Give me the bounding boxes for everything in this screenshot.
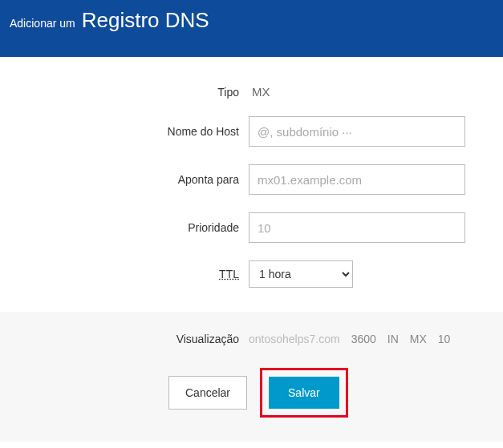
preview-priority: 10 xyxy=(438,333,451,345)
row-points-to: Aponta para xyxy=(0,164,503,195)
row-priority: Prioridade xyxy=(0,212,503,243)
header-pre: Adicionar um xyxy=(10,17,75,30)
preview-ttl: 3600 xyxy=(351,333,376,345)
host-input[interactable] xyxy=(249,116,465,147)
save-button[interactable]: Salvar xyxy=(269,377,339,409)
preview-values: ontosohelps7.com 3600 IN MX 10 xyxy=(249,333,450,345)
preview-row: Visualização ontosohelps7.com 3600 IN MX… xyxy=(0,333,503,345)
preview-type: MX xyxy=(410,333,427,345)
save-highlight: Salvar xyxy=(260,368,348,418)
priority-input[interactable] xyxy=(249,212,465,243)
form-content: Tipo MX Nome do Host Aponta para Priorid… xyxy=(0,57,503,288)
row-ttl: TTL 1 hora xyxy=(0,260,503,288)
row-type: Tipo MX xyxy=(0,85,503,99)
header-title: Registro DNS xyxy=(82,8,209,33)
cancel-button[interactable]: Cancelar xyxy=(168,376,247,410)
button-row: Cancelar Salvar xyxy=(0,368,503,418)
preview-domain: ontosohelps7.com xyxy=(249,333,340,345)
label-points-to: Aponta para xyxy=(0,173,249,186)
preview-label: Visualização xyxy=(0,333,249,345)
label-type: Tipo xyxy=(0,86,249,99)
label-host: Nome do Host xyxy=(0,125,249,138)
label-ttl: TTL xyxy=(0,268,249,281)
header: Adicionar um Registro DNS xyxy=(0,0,503,57)
value-type: MX xyxy=(249,85,270,99)
row-host: Nome do Host xyxy=(0,116,503,147)
label-priority: Prioridade xyxy=(0,221,249,234)
preview-section: Visualização ontosohelps7.com 3600 IN MX… xyxy=(0,312,503,442)
ttl-select[interactable]: 1 hora xyxy=(249,260,353,288)
preview-class: IN xyxy=(387,333,399,345)
points-to-input[interactable] xyxy=(249,164,465,195)
